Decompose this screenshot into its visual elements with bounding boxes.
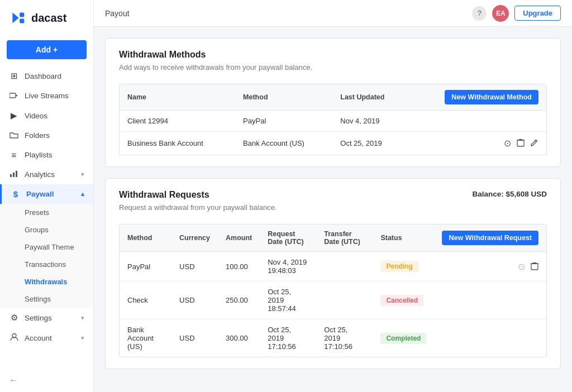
row-transfer-date [316, 252, 373, 281]
chevron-up-icon: ▴ [81, 190, 84, 198]
row-transfer-date [316, 281, 373, 319]
logo: dacast [0, 0, 93, 36]
subnav-item-paywall-theme[interactable]: Paywall Theme [0, 238, 93, 256]
paywall-icon: $ [11, 189, 21, 199]
add-button[interactable]: Add + [7, 40, 87, 59]
action-icons: ⊙ [416, 138, 538, 149]
main-content: Payout ? EA Upgrade Withdrawal Methods A… [94, 0, 572, 392]
col-method: Method [235, 84, 332, 111]
account-icon [9, 333, 19, 343]
svg-rect-14 [531, 263, 538, 264]
subnav-item-transactions[interactable]: Transactions [0, 256, 93, 273]
row-amount: 300.00 [218, 319, 260, 357]
subnav-item-withdrawals[interactable]: Withdrawals [0, 273, 93, 290]
status-badge: Completed [380, 333, 426, 344]
sidebar-item-live-streams[interactable]: Live Streams [0, 86, 93, 106]
dashboard-icon: ⊞ [9, 71, 19, 81]
row-currency: USD [171, 252, 218, 281]
table-row: Business Bank Account Bank Account (US) … [120, 132, 546, 155]
main-nav: ⊞ Dashboard Live Streams ▶ Videos Folder… [0, 66, 93, 348]
sidebar-item-analytics[interactable]: Analytics ▾ [0, 165, 93, 184]
content-area: Withdrawal Methods Add ways to receive w… [94, 27, 572, 392]
sidebar-item-label: Live Streams [25, 92, 69, 100]
sidebar-item-folders[interactable]: Folders [0, 126, 93, 145]
page-title: Payout [105, 9, 465, 18]
subnav-item-presets[interactable]: Presets [0, 204, 93, 221]
balance-display: Balance: $5,608 USD [472, 190, 547, 198]
withdrawal-requests-card: Withdrawal Requests Request a withdrawal… [105, 178, 561, 369]
row-last-updated: Oct 25, 2019 [332, 132, 408, 155]
row-request-date: Nov 4, 2019 19:48:03 [260, 252, 316, 281]
sidebar-item-label: Settings [25, 314, 52, 322]
row-actions: ⊙ [408, 132, 546, 155]
row-actions: ⊙ [434, 252, 546, 281]
subnav-item-pw-settings[interactable]: Settings [0, 290, 93, 308]
sidebar-item-label: Account [25, 334, 52, 342]
folders-icon [9, 131, 19, 140]
balance-label: Balance: [472, 190, 503, 198]
sidebar-item-dashboard[interactable]: ⊞ Dashboard [0, 66, 93, 86]
row-status: Completed [373, 319, 434, 357]
cursor-icon: ⊙ [504, 138, 511, 149]
sidebar: dacast Add + ⊞ Dashboard Live Streams ▶ … [0, 0, 94, 392]
sidebar-bottom: ← [0, 369, 93, 392]
col-actions: New Withdrawal Request [434, 224, 546, 252]
withdrawal-methods-title: Withdrawal Methods [119, 50, 312, 60]
sidebar-item-label: Dashboard [25, 72, 61, 80]
row-amount: 250.00 [218, 281, 260, 319]
new-withdrawal-request-button[interactable]: New Withdrawal Request [442, 231, 538, 245]
svg-rect-9 [517, 140, 524, 146]
table-row: Bank Account (US) USD 300.00 Oct 25, 201… [120, 319, 546, 357]
row-name: Client 12994 [120, 111, 235, 132]
edit-icon[interactable] [530, 138, 538, 149]
row-actions [434, 319, 546, 357]
upgrade-button[interactable]: Upgrade [514, 6, 561, 21]
analytics-icon [9, 170, 19, 179]
row-currency: USD [171, 319, 218, 357]
withdrawal-methods-header: Withdrawal Methods Add ways to receive w… [119, 50, 547, 80]
chevron-down-icon: ▾ [81, 314, 84, 322]
withdrawal-methods-card: Withdrawal Methods Add ways to receive w… [105, 38, 561, 167]
chevron-down-icon: ▾ [81, 171, 84, 178]
withdrawal-requests-subtitle: Request a withdrawal from your paywall b… [119, 203, 277, 212]
row-actions [408, 111, 546, 132]
withdrawal-requests-title: Withdrawal Requests [119, 190, 277, 200]
svg-rect-12 [531, 264, 538, 270]
row-request-date: Oct 25, 2019 18:57:44 [260, 281, 316, 319]
delete-icon[interactable] [531, 261, 538, 272]
delete-icon[interactable] [517, 138, 525, 149]
svg-marker-0 [12, 12, 18, 23]
sidebar-item-paywall[interactable]: $ Paywall ▴ [0, 184, 93, 204]
collapse-button[interactable]: ← [0, 369, 93, 392]
col-amount: Amount [218, 224, 260, 252]
action-icons: ⊙ [442, 261, 538, 272]
row-currency: USD [171, 281, 218, 319]
videos-icon: ▶ [9, 111, 19, 121]
playlists-icon: ≡ [9, 150, 19, 160]
sidebar-item-label: Paywall [26, 190, 54, 198]
svg-rect-3 [9, 93, 16, 98]
withdrawal-requests-table: Method Currency Amount Request Date (UTC… [120, 224, 546, 357]
sidebar-item-videos[interactable]: ▶ Videos [0, 106, 93, 126]
col-transfer-date: Transfer Date (UTC) [316, 224, 373, 252]
subnav-item-groups[interactable]: Groups [0, 221, 93, 238]
row-last-updated: Nov 4, 2019 [332, 111, 408, 132]
row-actions [434, 281, 546, 319]
row-method: Bank Account (US) [235, 132, 332, 155]
new-withdrawal-method-button[interactable]: New Withdrawal Method [445, 90, 538, 104]
svg-rect-7 [16, 171, 17, 177]
logo-icon [9, 9, 27, 27]
row-method: Bank Account (US) [120, 319, 171, 357]
sidebar-item-label: Folders [25, 131, 50, 140]
col-request-date: Request Date (UTC) [260, 224, 316, 252]
row-status: Pending [373, 252, 434, 281]
avatar[interactable]: EA [492, 5, 509, 22]
sidebar-item-settings[interactable]: ⚙ Settings ▾ [0, 308, 93, 328]
help-icon[interactable]: ? [472, 6, 487, 21]
sidebar-item-account[interactable]: Account ▾ [0, 328, 93, 348]
settings-icon: ⚙ [9, 313, 19, 323]
svg-rect-6 [13, 173, 15, 177]
withdrawal-methods-table: Name Method Last Updated New Withdrawal … [120, 84, 546, 155]
balance-value: $5,608 USD [506, 190, 547, 198]
sidebar-item-playlists[interactable]: ≡ Playlists [0, 145, 93, 165]
